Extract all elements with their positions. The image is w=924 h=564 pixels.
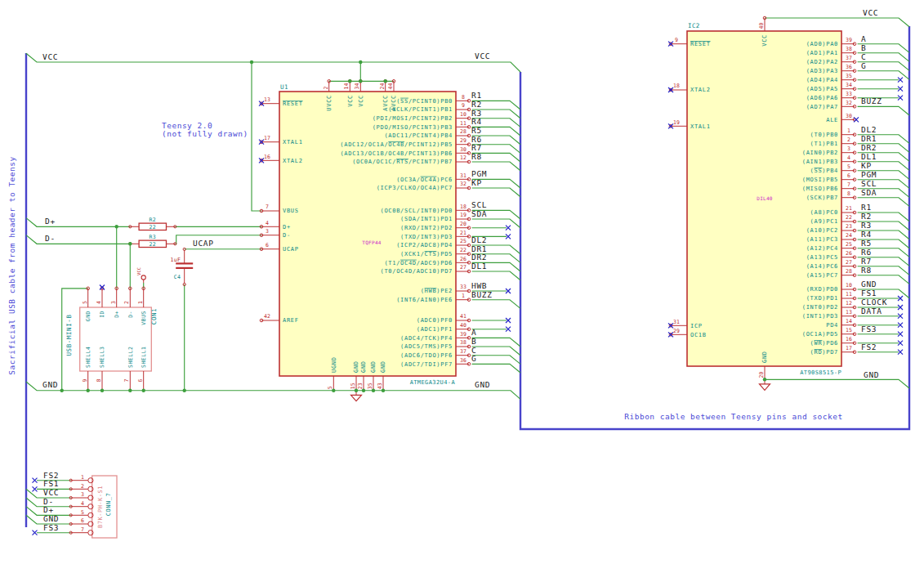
- pin-name: RESET: [283, 101, 303, 107]
- ic-ref: U1: [280, 83, 288, 91]
- pin-name: VBUS: [283, 208, 299, 214]
- pin-number: 5: [81, 509, 84, 516]
- pin-name: (PDI/MOSI/PCINT2)PB2: [373, 115, 453, 122]
- pin-number: 18: [460, 204, 466, 210]
- pin-number: 3: [266, 228, 269, 235]
- pin-number: 7: [266, 204, 269, 210]
- pin-number: 42: [264, 313, 270, 320]
- pin-number: 4: [81, 500, 84, 507]
- pin-name: (ADC12/OC1A/OC4B/PCINT12)PB5: [340, 141, 453, 148]
- pin-number: 35: [846, 73, 852, 79]
- net-label: C: [471, 346, 476, 355]
- pin-name: VCC: [358, 95, 364, 107]
- pin-number: 37: [460, 348, 466, 355]
- net-label: DR2: [471, 253, 487, 262]
- net-label: DR1: [471, 244, 487, 253]
- pin-number: 17: [846, 345, 852, 351]
- pin-number: 1: [137, 301, 144, 304]
- pin-number: 43: [377, 383, 383, 389]
- pin-number: 6: [266, 242, 269, 248]
- pin-name: (INT0)PD2: [802, 304, 838, 311]
- pin-number: 33: [846, 91, 852, 97]
- net-label: C: [861, 52, 866, 61]
- net-label: R8: [861, 266, 872, 275]
- net-label: SCL: [471, 200, 487, 209]
- pin-name: GND: [370, 360, 377, 373]
- pin-name: (TXD)PD1: [806, 295, 838, 302]
- pin-number: 3: [81, 491, 84, 498]
- net-label: FS2: [861, 342, 877, 351]
- pin-name: XTAL1: [283, 139, 303, 145]
- resistor-value: 22: [150, 241, 156, 248]
- net-label: GND: [864, 370, 879, 379]
- pin-name: (PDO/MISO/PCINT3)PB3: [373, 124, 453, 131]
- junction-dot: [332, 389, 335, 392]
- pin-number: 9: [675, 37, 678, 43]
- pin-name: (AD3)PA3: [806, 68, 838, 74]
- pin-number: 15: [350, 383, 356, 389]
- pin-number: 13: [264, 96, 270, 103]
- net-label: VCC: [43, 488, 59, 497]
- pin-name: SHELL3: [99, 347, 105, 368]
- pin-number: 17: [264, 135, 270, 141]
- pin-name: (A10)PC2: [806, 227, 838, 234]
- pin-number: 19: [673, 119, 680, 126]
- junction-dot: [250, 60, 253, 64]
- pin-name: (OC1A)PD5: [802, 331, 838, 338]
- net-label: FS3: [43, 523, 59, 532]
- pin-number: 5: [327, 386, 333, 389]
- header-connector-ref: CONN_7: [105, 493, 112, 516]
- net-label: SDA: [471, 209, 487, 218]
- pin-number: 7: [81, 526, 84, 533]
- pin-name: ID: [99, 311, 105, 318]
- pin-name: SHELL1: [141, 347, 147, 368]
- net-label: DL2: [861, 125, 877, 134]
- pin-number: 24: [379, 83, 386, 90]
- pin-number: 25: [460, 238, 466, 244]
- pin-number: 15: [846, 327, 852, 333]
- net-label: D+: [43, 505, 54, 514]
- pin-number: 6: [847, 172, 850, 179]
- pin-name: GND: [353, 360, 359, 373]
- net-label: SDA: [861, 188, 877, 197]
- pin-name: D-: [283, 232, 291, 239]
- pin-number: 6: [81, 517, 84, 524]
- pin-name: (XCK1/CTS)PD5: [400, 251, 453, 257]
- pin-name: (AIN0)PB2: [802, 150, 838, 156]
- wire: [472, 271, 520, 280]
- pin-name: (ADC0)PF0: [417, 317, 453, 324]
- pin-number: 25: [846, 241, 852, 248]
- pin-number: 11: [846, 291, 852, 298]
- junction-dot: [359, 79, 362, 83]
- pin-name: GND: [761, 351, 768, 363]
- pin-name: D+: [283, 224, 291, 231]
- wire: [26, 53, 520, 72]
- ic-value: ATMEGA32U4-A: [410, 379, 456, 386]
- pin-name: (A13)PC5: [806, 254, 838, 261]
- pin-name: (WR)PD6: [810, 340, 838, 347]
- pin-name: (ICP2/ADC8)PD4: [396, 242, 453, 248]
- ic-footprint: DIL40: [757, 195, 773, 201]
- pin-name: UVCC: [326, 95, 333, 111]
- pin-number: 40: [460, 322, 466, 329]
- pin-number: 5: [82, 301, 88, 304]
- pin-number: 38: [846, 46, 852, 52]
- pin-number: 34: [354, 83, 360, 90]
- pin-name: GND: [380, 360, 386, 373]
- pin-name: (SS)PB4: [810, 168, 838, 174]
- pin-name: GND: [85, 311, 92, 321]
- pin-name: (A12)PC4: [806, 245, 838, 252]
- usb-connector-value: USB-MINI-B: [65, 314, 73, 356]
- pin-name: (MOSI)PB5: [802, 177, 838, 183]
- net-label: FS2: [43, 471, 59, 480]
- wire: [765, 379, 909, 388]
- pin-name: (ADC7/TDI)PF7: [400, 361, 453, 368]
- pin-name: (SCLK/PCINT1)PB1: [388, 106, 453, 113]
- pin-name: VCC: [761, 34, 768, 47]
- pin-name: UGND: [331, 356, 337, 373]
- net-label: BUZZ: [471, 290, 493, 299]
- wire: [472, 188, 520, 197]
- pin-name: (AIN1)PB3: [802, 159, 838, 165]
- pin-number: 4: [96, 301, 102, 304]
- pin-name: (ADC5/TMS)PF5: [400, 343, 453, 350]
